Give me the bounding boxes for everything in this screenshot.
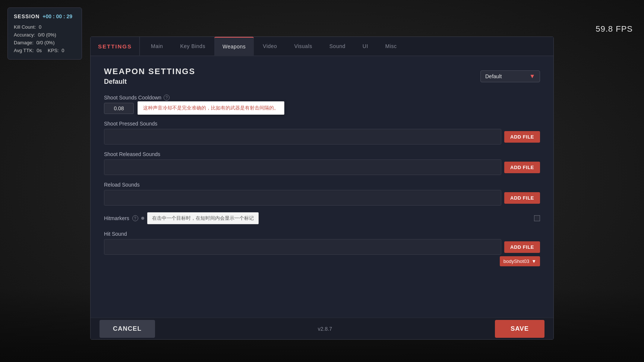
kps-value: 0 <box>61 48 64 53</box>
hit-sound-row: Hit Sound ADD FILE bodyShot03 ▼ <box>104 231 540 266</box>
shoot-sounds-cooldown-tooltip: 这种声音冷却不是完全准确的，比如有的武器是有射击间隔的。 <box>138 101 284 115</box>
chevron-down-icon: ▼ <box>529 73 535 80</box>
hit-sound-file-area[interactable] <box>104 239 501 255</box>
damage-value: 0/0 (0%) <box>36 40 54 45</box>
tab-weapons[interactable]: Weapons <box>214 37 254 55</box>
hitmarkers-label: Hitmarkers <box>104 215 129 221</box>
tab-ui[interactable]: UI <box>354 37 376 55</box>
tab-bar: SETTINGS Main Key Binds Weapons Video Vi… <box>91 37 553 56</box>
shoot-sounds-cooldown-help-icon[interactable]: ? <box>164 95 170 101</box>
hitmarkers-dot <box>141 217 144 220</box>
weapon-preset-name: Default <box>104 78 195 86</box>
damage-label: Damage: <box>14 40 34 45</box>
content-area: WEAPON SETTINGS Default Default ▼ Shoot … <box>91 56 553 318</box>
shoot-sounds-cooldown-label: Shoot Sounds Cooldown ? <box>104 95 540 101</box>
reload-sounds-input-row: ADD FILE <box>104 190 540 206</box>
hitmarkers-label-row: Hitmarkers ? 在击中一个目标时，在短时间内会显示一个标记 <box>104 212 540 224</box>
tab-visuals[interactable]: Visuals <box>286 37 320 55</box>
accuracy-row: Accuracy: 0/0 (0%) <box>14 31 76 39</box>
tab-sound[interactable]: Sound <box>321 37 354 55</box>
damage-row: Damage: 0/0 (0%) <box>14 39 76 47</box>
reload-sounds-label: Reload Sounds <box>104 182 540 188</box>
weapon-settings-title: WEAPON SETTINGS <box>104 67 195 76</box>
session-box: SESSION +00 : 00 : 29 Kill Count: 0 Accu… <box>7 7 82 60</box>
shoot-pressed-sounds-add-file-button[interactable]: ADD FILE <box>504 131 540 143</box>
shoot-released-sounds-input-row: ADD FILE <box>104 159 540 175</box>
version-text: v2.8.7 <box>318 326 332 332</box>
ttk-kps-row: Avg TTK: 0s KPS: 0 <box>14 47 76 55</box>
kill-count-label: Kill Count: <box>14 24 36 30</box>
hit-sound-add-file-button[interactable]: ADD FILE <box>504 241 540 253</box>
settings-title: SETTINGS <box>94 37 140 55</box>
bottom-bar: CANCEL v2.8.7 SAVE <box>91 318 553 339</box>
tab-misc[interactable]: Misc <box>377 37 405 55</box>
hitmarkers-tooltip: 在击中一个目标时，在短时间内会显示一个标记 <box>147 212 259 224</box>
shoot-pressed-sounds-label: Shoot Pressed Sounds <box>104 121 540 127</box>
hitmarkers-section: Hitmarkers ? 在击中一个目标时，在短时间内会显示一个标记 <box>104 212 540 224</box>
reload-sounds-add-file-button[interactable]: ADD FILE <box>504 192 540 204</box>
chevron-down-icon: ▼ <box>531 258 536 264</box>
shoot-released-sounds-label: Shoot Released Sounds <box>104 151 540 157</box>
weapon-preset-row: WEAPON SETTINGS Default Default ▼ <box>104 67 540 86</box>
avg-ttk-value: 0s <box>37 48 42 53</box>
cancel-button[interactable]: CANCEL <box>100 320 155 338</box>
shoot-pressed-sounds-input-row: ADD FILE <box>104 129 540 145</box>
accuracy-label: Accuracy: <box>14 32 35 38</box>
reload-sounds-row: Reload Sounds ADD FILE <box>104 182 540 206</box>
kill-count-row: Kill Count: 0 <box>14 23 76 31</box>
tab-main[interactable]: Main <box>143 37 171 55</box>
preset-dropdown[interactable]: Default ▼ <box>480 70 540 82</box>
hit-sound-label: Hit Sound <box>104 231 540 237</box>
save-button[interactable]: SAVE <box>495 320 544 338</box>
shoot-released-sounds-add-file-button[interactable]: ADD FILE <box>504 162 540 173</box>
hit-sound-input-row: ADD FILE <box>104 239 540 255</box>
hitmarkers-checkbox[interactable] <box>534 215 540 221</box>
tab-video[interactable]: Video <box>255 37 285 55</box>
settings-panel: SETTINGS Main Key Binds Weapons Video Vi… <box>90 36 554 340</box>
session-time: +00 : 00 : 29 <box>42 12 72 20</box>
shoot-released-sounds-row: Shoot Released Sounds ADD FILE <box>104 151 540 175</box>
bodyshot-label: bodyShot03 <box>503 258 529 264</box>
reload-sounds-file-area[interactable] <box>104 190 501 206</box>
accuracy-value: 0/0 (0%) <box>38 32 56 38</box>
content-inner: WEAPON SETTINGS Default Default ▼ Shoot … <box>91 56 553 283</box>
preset-dropdown-label: Default <box>485 73 502 79</box>
shoot-sounds-cooldown-row: Shoot Sounds Cooldown ? 这种声音冷却不是完全准确的，比如… <box>104 95 540 114</box>
shoot-pressed-sounds-file-area[interactable] <box>104 129 501 145</box>
fps-counter: 59.8 FPS <box>596 24 633 34</box>
hitmarkers-help-icon[interactable]: ? <box>132 215 138 221</box>
hit-sound-bodyshot-row: bodyShot03 ▼ <box>104 256 540 266</box>
kps-label: KPS: <box>48 48 59 53</box>
shoot-released-sounds-file-area[interactable] <box>104 159 501 175</box>
session-label: SESSION <box>14 12 40 20</box>
hit-sound-bodyshot-dropdown[interactable]: bodyShot03 ▼ <box>500 256 540 266</box>
shoot-pressed-sounds-row: Shoot Pressed Sounds ADD FILE <box>104 121 540 145</box>
tab-keybinds[interactable]: Key Binds <box>172 37 214 55</box>
shoot-sounds-cooldown-input[interactable] <box>104 103 134 114</box>
avg-ttk-label: Avg TTK: <box>14 48 34 53</box>
kill-count-value: 0 <box>39 24 41 30</box>
